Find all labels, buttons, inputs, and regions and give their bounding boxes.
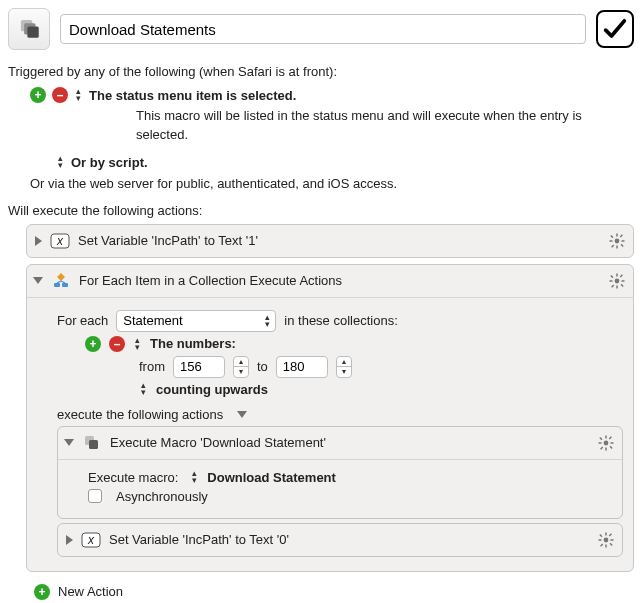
asynchronously-checkbox[interactable] (88, 489, 102, 503)
svg-point-28 (604, 440, 609, 445)
svg-rect-35 (609, 436, 612, 439)
svg-rect-2 (27, 26, 38, 37)
action-set-variable-1: x Set Variable 'IncPath' to Text '1' (26, 224, 634, 258)
action-gear-button[interactable] (607, 231, 627, 251)
svg-rect-36 (600, 446, 603, 449)
svg-rect-10 (610, 235, 613, 238)
svg-rect-40 (605, 532, 607, 535)
variable-dropdown-toggle[interactable] (265, 314, 270, 328)
from-label: from (139, 359, 165, 374)
variable-icon: x (81, 530, 101, 550)
remove-collection-button[interactable]: – (109, 336, 125, 352)
svg-rect-32 (611, 442, 614, 444)
action-gear-button[interactable] (596, 530, 616, 550)
action-gear-button[interactable] (596, 433, 616, 453)
svg-rect-45 (610, 542, 613, 545)
svg-rect-22 (610, 275, 613, 278)
actions-lead: Will execute the following actions: (8, 203, 634, 218)
svg-rect-30 (605, 447, 607, 450)
action-gear-button[interactable] (607, 271, 627, 291)
execute-following-label: execute the following actions (57, 407, 223, 422)
asynchronously-label: Asynchronously (116, 489, 208, 504)
svg-rect-29 (605, 435, 607, 438)
macro-name-input[interactable] (60, 14, 586, 44)
gear-icon (597, 434, 615, 452)
svg-rect-34 (610, 445, 613, 448)
svg-rect-41 (605, 544, 607, 547)
svg-rect-9 (622, 240, 625, 242)
or-script-stepper[interactable] (58, 155, 63, 169)
svg-rect-42 (599, 539, 602, 541)
remove-trigger-button[interactable]: – (52, 87, 68, 103)
counting-direction-stepper[interactable] (141, 382, 146, 396)
svg-rect-46 (609, 533, 612, 536)
svg-rect-20 (610, 280, 613, 282)
svg-rect-27 (89, 440, 98, 449)
confirm-check-button[interactable] (596, 10, 634, 48)
macro-name: Download Statement (207, 470, 336, 485)
svg-rect-7 (616, 245, 618, 248)
svg-rect-12 (620, 234, 623, 237)
counting-label: counting upwards (156, 382, 268, 397)
to-stepper[interactable]: ▴▾ (336, 356, 352, 378)
svg-rect-11 (621, 243, 624, 246)
svg-rect-44 (599, 534, 602, 537)
from-stepper[interactable]: ▴▾ (233, 356, 249, 378)
variable-icon: x (50, 231, 70, 251)
svg-rect-33 (599, 437, 602, 440)
execute-macro-icon (82, 433, 102, 453)
svg-text:x: x (56, 234, 64, 248)
disclosure-triangle[interactable] (66, 535, 73, 545)
svg-text:x: x (87, 533, 95, 547)
webserver-note: Or via the web server for public, authen… (30, 176, 634, 191)
macro-picker-stepper[interactable] (192, 470, 197, 484)
macro-icon-well[interactable] (8, 8, 50, 50)
disclosure-triangle[interactable] (33, 277, 43, 284)
svg-point-17 (615, 278, 620, 283)
foreach-icon (51, 271, 71, 291)
from-value-input[interactable] (173, 356, 225, 378)
svg-rect-16 (62, 283, 68, 287)
svg-rect-31 (599, 442, 602, 444)
gear-icon (597, 531, 615, 549)
to-value-input[interactable] (276, 356, 328, 378)
svg-rect-24 (620, 274, 623, 277)
for-each-label: For each (57, 313, 108, 328)
action-for-each: For Each Item in a Collection Execute Ac… (26, 264, 634, 572)
execute-macro-label: Execute macro: (88, 470, 178, 485)
svg-rect-15 (54, 283, 60, 287)
in-these-collections-label: in these collections: (284, 313, 397, 328)
svg-rect-13 (611, 244, 614, 247)
svg-marker-14 (57, 273, 65, 281)
status-menu-trigger-desc: This macro will be listed in the status … (136, 107, 634, 145)
svg-rect-18 (616, 273, 618, 276)
action-title: Set Variable 'IncPath' to Text '1' (78, 233, 599, 248)
add-collection-button[interactable]: + (85, 336, 101, 352)
action-set-variable-0: x Set Variable 'IncPath' to Text '0' (57, 523, 623, 557)
svg-rect-47 (600, 543, 603, 546)
triggers-lead: Triggered by any of the following (when … (8, 64, 634, 79)
status-menu-trigger-label: The status menu item is selected. (89, 88, 296, 103)
trigger-type-stepper[interactable] (76, 88, 81, 102)
disclosure-triangle[interactable] (64, 439, 74, 446)
svg-point-5 (615, 238, 620, 243)
or-script-label: Or by script. (71, 155, 148, 170)
svg-rect-43 (611, 539, 614, 541)
svg-rect-25 (611, 284, 614, 287)
svg-rect-19 (616, 285, 618, 288)
execute-disclosure-triangle[interactable] (237, 411, 247, 418)
new-action-label[interactable]: New Action (58, 584, 123, 599)
action-title: Execute Macro 'Download Statement' (110, 435, 588, 450)
svg-rect-23 (621, 283, 624, 286)
gear-icon (608, 272, 626, 290)
action-title: Set Variable 'IncPath' to Text '0' (109, 532, 588, 547)
gear-icon (608, 232, 626, 250)
svg-rect-8 (610, 240, 613, 242)
stack-icon (16, 15, 42, 44)
add-trigger-button[interactable]: + (30, 87, 46, 103)
new-action-add-button[interactable]: + (34, 584, 50, 600)
disclosure-triangle[interactable] (35, 236, 42, 246)
collection-type-stepper[interactable] (135, 337, 140, 351)
svg-rect-21 (622, 280, 625, 282)
foreach-variable-input[interactable] (116, 310, 276, 332)
